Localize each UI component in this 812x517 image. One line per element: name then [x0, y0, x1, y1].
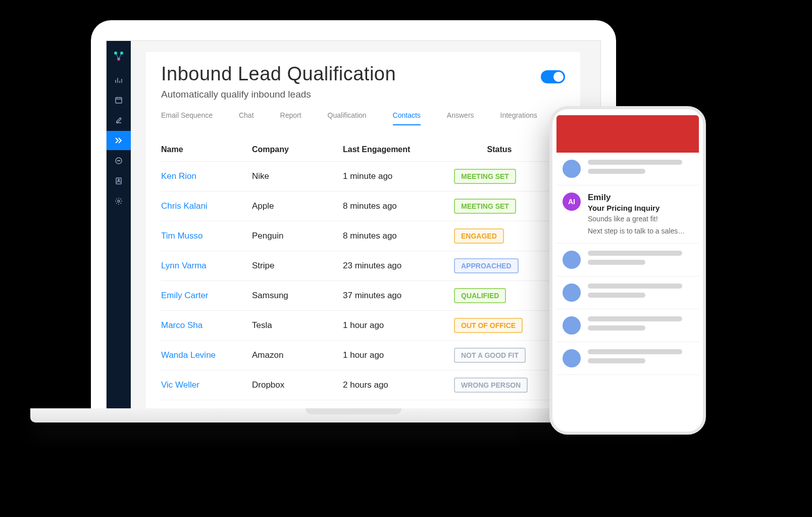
- svg-point-9: [120, 161, 120, 161]
- contact-last-engagement: 1 minute ago: [343, 171, 454, 181]
- contact-company: Penguin: [252, 231, 343, 241]
- avatar: [563, 251, 581, 269]
- contact-company: Apple: [252, 201, 343, 211]
- sidebar-item-settings[interactable]: [107, 192, 131, 211]
- contact-company: Amazon: [252, 350, 343, 360]
- message-item-placeholder[interactable]: [556, 342, 699, 375]
- tab-chat[interactable]: Chat: [239, 111, 254, 125]
- phone-frame: AI Emily Your Pricing Inquiry Sounds lik…: [549, 106, 706, 435]
- contact-name-link[interactable]: Wanda Levine: [161, 350, 252, 360]
- sidebar-item-contacts[interactable]: [107, 171, 131, 191]
- sidebar-item-analytics[interactable]: [107, 70, 131, 89]
- sidebar: [107, 41, 131, 409]
- screen: Inbound Lead Qualification Automatically…: [106, 40, 601, 409]
- contact-company: Samsung: [252, 291, 343, 301]
- contact-name-link[interactable]: Vic Weller: [161, 380, 252, 390]
- contact-company: Tesla: [252, 320, 343, 331]
- table-row: Tim MussoPenguin8 minutes agoENGAGED: [161, 221, 565, 251]
- svg-rect-5: [116, 98, 122, 103]
- table-row: Vic WellerDropbox2 hours agoWRONG PERSON: [161, 370, 565, 400]
- message-item-placeholder[interactable]: [556, 276, 699, 309]
- contact-name-link[interactable]: Lynn Varma: [161, 261, 252, 271]
- col-name: Name: [161, 145, 252, 154]
- contact-last-engagement: 1 hour ago: [343, 350, 454, 360]
- page-title: Inbound Lead Qualification: [161, 63, 396, 85]
- svg-point-8: [119, 161, 119, 161]
- contact-company: Stripe: [252, 261, 343, 271]
- svg-line-4: [119, 53, 122, 59]
- table-row: Wanda LevineAmazon1 hour agoNOT A GOOD F…: [161, 341, 565, 370]
- sidebar-item-workflows[interactable]: [107, 131, 131, 150]
- message-preview-1: Sounds like a great fit!: [588, 214, 685, 224]
- col-engagement: Last Engagement: [343, 145, 454, 154]
- tab-report[interactable]: Report: [280, 111, 301, 125]
- svg-line-3: [116, 53, 119, 59]
- contact-last-engagement: 23 minutes ago: [343, 261, 454, 271]
- main-content: Inbound Lead Qualification Automatically…: [131, 41, 600, 409]
- contact-name-link[interactable]: Ken Rion: [161, 171, 252, 181]
- contact-name-link[interactable]: Marco Sha: [161, 320, 252, 331]
- col-status: Status: [454, 145, 545, 154]
- enable-toggle[interactable]: [541, 70, 565, 83]
- message-item-placeholder[interactable]: [556, 153, 699, 185]
- contact-name-link[interactable]: Tim Musso: [161, 231, 252, 241]
- message-sender: Emily: [588, 193, 685, 203]
- table-row: Marco ShaTesla1 hour agoOUT OF OFFICE: [161, 311, 565, 341]
- ai-avatar: AI: [563, 193, 581, 211]
- tab-qualification[interactable]: Qualification: [328, 111, 367, 125]
- contact-company: Dropbox: [252, 380, 343, 390]
- svg-point-11: [118, 179, 120, 181]
- tabs: Email SequenceChatReportQualificationCon…: [161, 111, 565, 126]
- phone-message-list: AI Emily Your Pricing Inquiry Sounds lik…: [552, 153, 703, 375]
- message-item-emily[interactable]: AI Emily Your Pricing Inquiry Sounds lik…: [556, 185, 699, 244]
- status-badge: NOT A GOOD FIT: [454, 348, 526, 363]
- message-preview-2: Next step is to talk to a sales…: [588, 226, 685, 237]
- sidebar-item-chat[interactable]: [107, 151, 131, 170]
- phone-app-header: [556, 115, 699, 153]
- page-subtitle: Automatically qualify inbound leads: [161, 89, 396, 100]
- avatar: [563, 316, 581, 335]
- status-badge: MEETING SET: [454, 169, 516, 184]
- sidebar-item-calendar[interactable]: [107, 90, 131, 110]
- status-badge: ENGAGED: [454, 228, 504, 244]
- contact-last-engagement: 37 minutes ago: [343, 291, 454, 301]
- contact-name-link[interactable]: Chris Kalani: [161, 201, 252, 211]
- message-subject: Your Pricing Inquiry: [588, 204, 685, 212]
- contacts-table: Name Company Last Engagement Status Ken …: [161, 138, 565, 400]
- table-row: Emily CarterSamsung37 minutes agoQUALIFI…: [161, 281, 565, 311]
- status-badge: APPROACHED: [454, 258, 519, 273]
- contact-last-engagement: 1 hour ago: [343, 320, 454, 331]
- status-badge: OUT OF OFFICE: [454, 318, 523, 333]
- contact-last-engagement: 8 minutes ago: [343, 201, 454, 211]
- contact-last-engagement: 8 minutes ago: [343, 231, 454, 241]
- tab-integrations[interactable]: Integrations: [500, 111, 537, 125]
- status-badge: QUALIFIED: [454, 288, 506, 303]
- svg-point-7: [118, 161, 118, 161]
- avatar: [563, 349, 581, 367]
- table-row: Ken RionNike1 minute agoMEETING SET: [161, 162, 565, 192]
- message-item-placeholder[interactable]: [556, 309, 699, 342]
- tab-email-sequence[interactable]: Email Sequence: [161, 111, 213, 125]
- table-row: Chris KalaniApple8 minutes agoMEETING SE…: [161, 192, 565, 221]
- table-row: Lynn VarmaStripe23 minutes agoAPPROACHED: [161, 251, 565, 281]
- message-item-placeholder[interactable]: [556, 244, 699, 276]
- tab-contacts[interactable]: Contacts: [393, 111, 421, 125]
- app-logo[interactable]: [107, 45, 131, 67]
- status-badge: MEETING SET: [454, 199, 516, 214]
- contact-name-link[interactable]: Emily Carter: [161, 291, 252, 301]
- content-card: Inbound Lead Qualification Automatically…: [146, 52, 580, 409]
- table-header-row: Name Company Last Engagement Status: [161, 138, 565, 162]
- sidebar-item-compose[interactable]: [107, 111, 131, 130]
- contact-last-engagement: 2 hours ago: [343, 380, 454, 390]
- status-badge: WRONG PERSON: [454, 378, 528, 393]
- col-company: Company: [252, 145, 343, 154]
- tab-answers[interactable]: Answers: [447, 111, 474, 125]
- avatar: [563, 160, 581, 178]
- avatar: [563, 284, 581, 302]
- contact-company: Nike: [252, 171, 343, 181]
- laptop-frame: Inbound Lead Qualification Automatically…: [91, 20, 616, 409]
- svg-point-12: [118, 200, 120, 202]
